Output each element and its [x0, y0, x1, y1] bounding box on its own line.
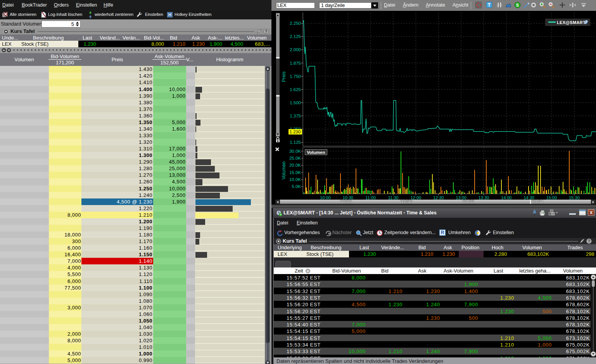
- svg-text:10.0K: 10.0K: [289, 177, 301, 182]
- svg-text:1.625: 1.625: [290, 87, 301, 92]
- svg-text:15.0K: 15.0K: [289, 170, 301, 175]
- svg-text:1.375: 1.375: [290, 114, 301, 118]
- svg-text:T: T: [488, 2, 491, 8]
- svg-text:30.0K: 30.0K: [289, 149, 301, 154]
- svg-text:1.125: 1.125: [290, 140, 301, 145]
- svg-text:?: ?: [265, 29, 267, 34]
- svg-text:25.0K: 25.0K: [289, 156, 301, 160]
- svg-text:S: S: [516, 3, 519, 7]
- svg-text:2.000: 2.000: [290, 47, 301, 52]
- svg-text:5.0K: 5.0K: [292, 184, 301, 189]
- svg-text:1.750: 1.750: [290, 74, 301, 79]
- svg-text:Volumen: Volumen: [281, 162, 287, 180]
- svg-text:?: ?: [588, 239, 590, 243]
- svg-text:H: H: [168, 12, 171, 17]
- svg-text:1.230: 1.230: [290, 129, 301, 134]
- svg-text:1.500: 1.500: [290, 100, 301, 105]
- svg-text:2.250: 2.250: [290, 21, 301, 26]
- svg-text:LEX@SMART: LEX@SMART: [557, 20, 586, 25]
- svg-text:20.0K: 20.0K: [289, 163, 301, 167]
- svg-text:2.125: 2.125: [290, 34, 301, 39]
- svg-text:Preis: Preis: [281, 71, 287, 82]
- svg-text:1.875: 1.875: [290, 61, 301, 66]
- svg-text:Volumen: Volumen: [307, 150, 325, 155]
